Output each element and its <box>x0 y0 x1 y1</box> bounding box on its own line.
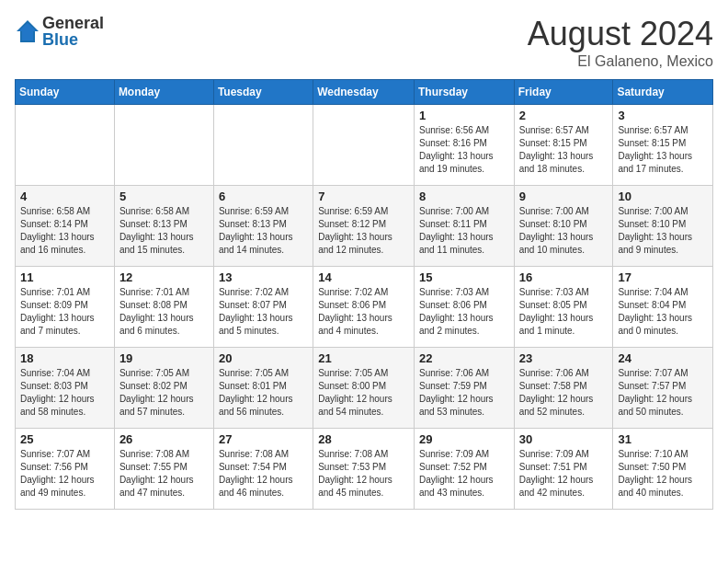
calendar-cell: 31Sunrise: 7:10 AM Sunset: 7:50 PM Dayli… <box>613 429 713 510</box>
day-info: Sunrise: 7:08 AM Sunset: 7:53 PM Dayligh… <box>318 448 409 500</box>
day-info: Sunrise: 7:07 AM Sunset: 7:57 PM Dayligh… <box>618 367 708 419</box>
calendar-cell: 16Sunrise: 7:03 AM Sunset: 8:05 PM Dayli… <box>514 267 613 348</box>
day-number: 9 <box>519 190 609 203</box>
day-number: 1 <box>419 109 509 122</box>
day-number: 5 <box>119 190 209 203</box>
day-number: 30 <box>519 432 609 446</box>
day-info: Sunrise: 6:59 AM Sunset: 8:13 PM Dayligh… <box>219 205 308 257</box>
calendar-cell: 17Sunrise: 7:04 AM Sunset: 8:04 PM Dayli… <box>613 267 713 348</box>
week-row-2: 4Sunrise: 6:58 AM Sunset: 8:14 PM Daylig… <box>16 186 713 267</box>
title-block: August 2024 El Galaneno, Mexico <box>528 15 713 70</box>
day-info: Sunrise: 7:04 AM Sunset: 8:04 PM Dayligh… <box>618 286 708 338</box>
day-number: 23 <box>519 351 609 365</box>
day-number: 10 <box>618 190 708 203</box>
week-row-5: 25Sunrise: 7:07 AM Sunset: 7:56 PM Dayli… <box>16 429 713 510</box>
calendar-cell: 19Sunrise: 7:05 AM Sunset: 8:02 PM Dayli… <box>114 348 213 429</box>
week-row-1: 1Sunrise: 6:56 AM Sunset: 8:16 PM Daylig… <box>16 105 713 186</box>
day-number: 15 <box>419 270 509 284</box>
calendar-cell: 13Sunrise: 7:02 AM Sunset: 8:07 PM Dayli… <box>213 267 313 348</box>
day-info: Sunrise: 7:02 AM Sunset: 8:07 PM Dayligh… <box>219 286 308 338</box>
weekday-header-wednesday: Wednesday <box>313 80 415 105</box>
day-info: Sunrise: 7:09 AM Sunset: 7:51 PM Dayligh… <box>519 448 609 500</box>
calendar-cell: 6Sunrise: 6:59 AM Sunset: 8:13 PM Daylig… <box>213 186 313 267</box>
calendar-cell <box>313 105 415 186</box>
calendar-cell: 14Sunrise: 7:02 AM Sunset: 8:06 PM Dayli… <box>313 267 415 348</box>
day-number: 21 <box>318 351 409 365</box>
day-info: Sunrise: 7:01 AM Sunset: 8:09 PM Dayligh… <box>20 286 109 338</box>
logo-icon <box>15 18 40 44</box>
calendar-cell: 20Sunrise: 7:05 AM Sunset: 8:01 PM Dayli… <box>213 348 313 429</box>
day-number: 29 <box>419 432 509 446</box>
weekday-header-friday: Friday <box>514 80 613 105</box>
calendar-cell: 10Sunrise: 7:00 AM Sunset: 8:10 PM Dayli… <box>613 186 713 267</box>
day-number: 2 <box>519 109 609 122</box>
day-info: Sunrise: 7:05 AM Sunset: 8:00 PM Dayligh… <box>318 367 409 419</box>
day-info: Sunrise: 7:05 AM Sunset: 8:02 PM Dayligh… <box>119 367 209 419</box>
calendar-cell <box>114 105 213 186</box>
weekday-header-tuesday: Tuesday <box>213 80 313 105</box>
calendar-cell: 24Sunrise: 7:07 AM Sunset: 7:57 PM Dayli… <box>613 348 713 429</box>
week-row-4: 18Sunrise: 7:04 AM Sunset: 8:03 PM Dayli… <box>16 348 713 429</box>
weekday-header-sunday: Sunday <box>16 80 115 105</box>
week-row-3: 11Sunrise: 7:01 AM Sunset: 8:09 PM Dayli… <box>16 267 713 348</box>
calendar-cell: 3Sunrise: 6:57 AM Sunset: 8:15 PM Daylig… <box>613 105 713 186</box>
day-info: Sunrise: 6:57 AM Sunset: 8:15 PM Dayligh… <box>519 124 609 176</box>
calendar-cell: 12Sunrise: 7:01 AM Sunset: 8:08 PM Dayli… <box>114 267 213 348</box>
day-number: 16 <box>519 270 609 284</box>
day-number: 7 <box>318 190 409 203</box>
weekday-header-monday: Monday <box>114 80 213 105</box>
day-number: 4 <box>20 190 109 203</box>
day-info: Sunrise: 7:01 AM Sunset: 8:08 PM Dayligh… <box>119 286 209 338</box>
calendar-cell: 23Sunrise: 7:06 AM Sunset: 7:58 PM Dayli… <box>514 348 613 429</box>
calendar-cell: 4Sunrise: 6:58 AM Sunset: 8:14 PM Daylig… <box>16 186 115 267</box>
calendar-cell: 1Sunrise: 6:56 AM Sunset: 8:16 PM Daylig… <box>414 105 514 186</box>
day-number: 25 <box>20 432 109 446</box>
day-info: Sunrise: 7:06 AM Sunset: 7:59 PM Dayligh… <box>419 367 509 419</box>
day-number: 20 <box>219 351 308 365</box>
calendar-cell: 2Sunrise: 6:57 AM Sunset: 8:15 PM Daylig… <box>514 105 613 186</box>
weekday-header-thursday: Thursday <box>414 80 514 105</box>
calendar-cell: 22Sunrise: 7:06 AM Sunset: 7:59 PM Dayli… <box>414 348 514 429</box>
day-number: 8 <box>419 190 509 203</box>
day-number: 17 <box>618 270 708 284</box>
day-info: Sunrise: 7:05 AM Sunset: 8:01 PM Dayligh… <box>219 367 308 419</box>
calendar-cell: 8Sunrise: 7:00 AM Sunset: 8:11 PM Daylig… <box>414 186 514 267</box>
day-number: 26 <box>119 432 209 446</box>
day-number: 31 <box>618 432 708 446</box>
day-info: Sunrise: 7:08 AM Sunset: 7:54 PM Dayligh… <box>219 448 308 500</box>
day-number: 22 <box>419 351 509 365</box>
day-info: Sunrise: 6:58 AM Sunset: 8:14 PM Dayligh… <box>20 205 109 257</box>
location: El Galaneno, Mexico <box>528 53 713 70</box>
day-info: Sunrise: 7:00 AM Sunset: 8:10 PM Dayligh… <box>618 205 708 257</box>
calendar-cell: 27Sunrise: 7:08 AM Sunset: 7:54 PM Dayli… <box>213 429 313 510</box>
day-info: Sunrise: 7:07 AM Sunset: 7:56 PM Dayligh… <box>20 448 109 500</box>
calendar-cell <box>16 105 115 186</box>
day-info: Sunrise: 7:06 AM Sunset: 7:58 PM Dayligh… <box>519 367 609 419</box>
day-info: Sunrise: 6:59 AM Sunset: 8:12 PM Dayligh… <box>318 205 409 257</box>
weekday-header-saturday: Saturday <box>613 80 713 105</box>
calendar-cell: 21Sunrise: 7:05 AM Sunset: 8:00 PM Dayli… <box>313 348 415 429</box>
day-number: 13 <box>219 270 308 284</box>
day-info: Sunrise: 7:03 AM Sunset: 8:06 PM Dayligh… <box>419 286 509 338</box>
logo-blue: Blue <box>42 30 78 49</box>
logo: General Blue <box>15 15 104 48</box>
day-info: Sunrise: 6:58 AM Sunset: 8:13 PM Dayligh… <box>119 205 209 257</box>
calendar-cell: 29Sunrise: 7:09 AM Sunset: 7:52 PM Dayli… <box>414 429 514 510</box>
day-number: 12 <box>119 270 209 284</box>
calendar-table: SundayMondayTuesdayWednesdayThursdayFrid… <box>15 79 713 510</box>
day-number: 19 <box>119 351 209 365</box>
day-number: 11 <box>20 270 109 284</box>
day-number: 3 <box>618 109 708 122</box>
page-header: General Blue August 2024 El Galaneno, Me… <box>15 15 713 70</box>
calendar-cell: 26Sunrise: 7:08 AM Sunset: 7:55 PM Dayli… <box>114 429 213 510</box>
logo-general: General <box>42 14 104 32</box>
calendar-cell: 5Sunrise: 6:58 AM Sunset: 8:13 PM Daylig… <box>114 186 213 267</box>
calendar-cell: 15Sunrise: 7:03 AM Sunset: 8:06 PM Dayli… <box>414 267 514 348</box>
calendar-cell: 28Sunrise: 7:08 AM Sunset: 7:53 PM Dayli… <box>313 429 415 510</box>
day-info: Sunrise: 7:00 AM Sunset: 8:11 PM Dayligh… <box>419 205 509 257</box>
logo-text: General Blue <box>42 15 104 48</box>
day-info: Sunrise: 6:56 AM Sunset: 8:16 PM Dayligh… <box>419 124 509 176</box>
calendar-cell: 18Sunrise: 7:04 AM Sunset: 8:03 PM Dayli… <box>16 348 115 429</box>
day-number: 6 <box>219 190 308 203</box>
day-number: 27 <box>219 432 308 446</box>
